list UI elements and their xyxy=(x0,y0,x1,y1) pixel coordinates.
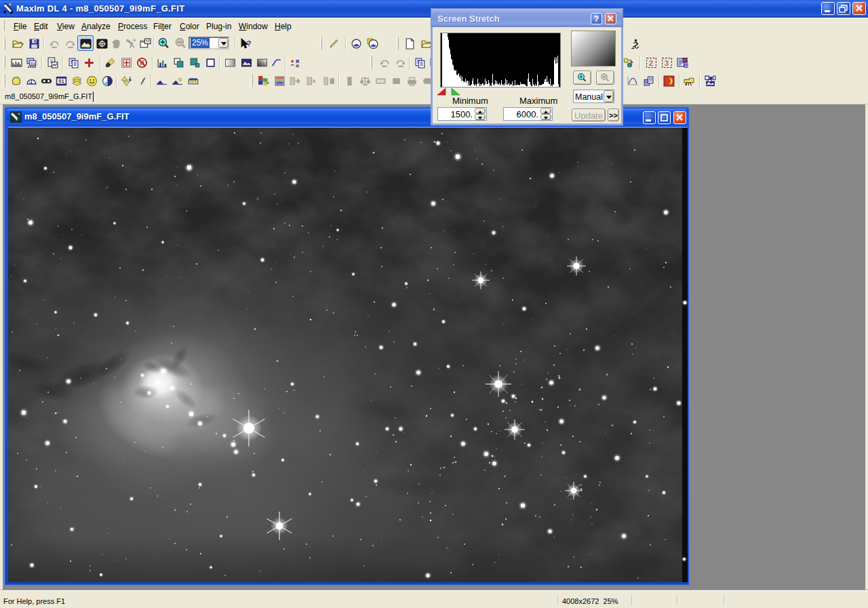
svg-text:3: 3 xyxy=(665,58,669,66)
svg-text:01: 01 xyxy=(58,78,64,84)
svg-text:?: ? xyxy=(247,38,252,47)
svg-text:2: 2 xyxy=(649,58,654,66)
svg-text:300: 300 xyxy=(30,61,36,65)
svg-text:13: 13 xyxy=(685,63,688,67)
